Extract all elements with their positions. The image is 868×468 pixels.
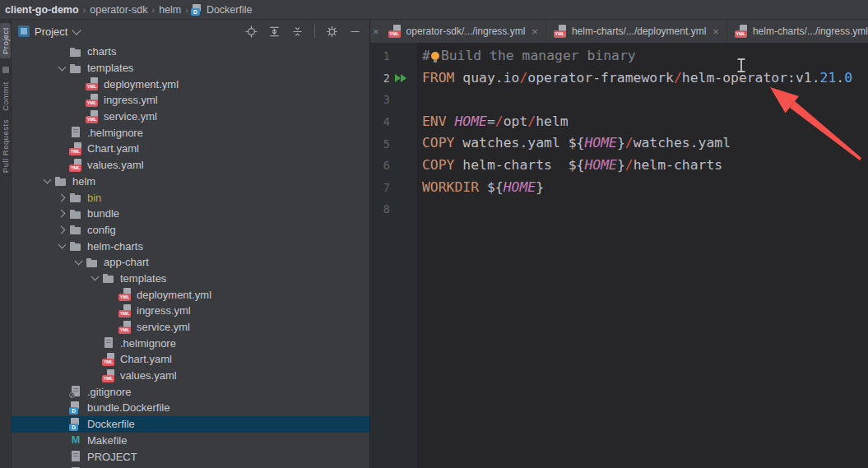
tree-item-templates[interactable]: templates <box>12 271 369 287</box>
chevron-down-icon[interactable] <box>72 25 81 35</box>
tree-item-deployment-yml[interactable]: YMLdeployment.yml <box>12 286 369 303</box>
editor-tab-helm-charts-deployment-yml[interactable]: YMLhelm-charts/.../deployment.yml× <box>546 20 727 43</box>
stripe-tool-icon[interactable] <box>2 67 9 73</box>
tree-item-helm[interactable]: helm <box>12 174 369 190</box>
folder-icon <box>69 62 82 75</box>
tree-item-service-yml[interactable]: YMLservice.yml <box>12 319 369 336</box>
code-line-5[interactable]: COPY watches.yaml ${HOME}/watches.yaml <box>422 132 868 155</box>
tree-item-app-chart[interactable]: app-chart <box>12 254 369 271</box>
code-token: operator-framework <box>527 70 674 86</box>
settings-gear-icon[interactable] <box>326 25 338 38</box>
tree-item-helm-charts[interactable]: helm-charts <box>12 238 369 254</box>
tree-item-ingress-yml[interactable]: YMLingress.yml <box>12 92 369 109</box>
chevron-down-icon[interactable] <box>54 67 69 70</box>
tree-item-config[interactable]: config <box>12 222 369 239</box>
line-number: 2 <box>374 72 390 85</box>
code-token: helm-operator:v1 <box>682 70 812 86</box>
code-token: / <box>527 114 536 129</box>
tree-item-label: bundle.Dockerfile <box>87 401 169 414</box>
code-line-3[interactable] <box>422 89 868 111</box>
breadcrumb-folder[interactable]: operator-sdk <box>88 4 149 16</box>
tree-item-ingress-yml[interactable]: YMLingress.yml <box>12 303 369 319</box>
tree-item-chart-yaml[interactable]: YMLChart.yaml <box>12 351 369 368</box>
tree-item-label: config <box>87 224 116 236</box>
tree-item-label: Chart.yaml <box>120 353 172 365</box>
intention-bulb-icon[interactable] <box>431 52 439 60</box>
code-line-6[interactable]: COPY helm-charts ${HOME}/helm-charts <box>422 155 868 177</box>
tab-close-icon[interactable]: × <box>713 25 719 38</box>
project-panel-title[interactable]: Project <box>35 25 67 38</box>
code-line-7[interactable]: WORKDIR ${HOME} <box>422 177 868 199</box>
code-token: . <box>836 70 844 86</box>
tree-item-label: Dockerfile <box>87 418 135 430</box>
project-view-icon <box>18 25 30 37</box>
chevron-right-icon[interactable] <box>54 195 69 201</box>
expand-all-icon[interactable] <box>268 25 281 38</box>
code-line-2[interactable]: FROM quay.io/operator-framework/helm-ope… <box>422 67 868 90</box>
tree-item-bundle[interactable]: bundle <box>12 206 369 222</box>
line-number: 3 <box>374 93 390 106</box>
tab-close-icon[interactable]: × <box>373 25 379 38</box>
tree-item-bundle-dockerfile[interactable]: Dbundle.Dockerfile <box>12 400 369 416</box>
code-line-4[interactable]: ENV HOME=/opt/helm <box>422 111 868 133</box>
code-token: 0 <box>844 70 852 86</box>
tree-item-charts[interactable]: charts <box>12 44 369 60</box>
hide-panel-icon[interactable] <box>349 25 361 38</box>
tree-item-partial[interactable] <box>12 465 369 468</box>
chevron-right-icon[interactable] <box>54 211 69 216</box>
code-token: HOME <box>454 114 486 129</box>
tree-item-dockerfile[interactable]: DDockerfile <box>12 416 369 433</box>
editor-tab-operator-sdk-ingress-yml[interactable]: YMLoperator-sdk/.../ingress.yml× <box>381 20 546 43</box>
tree-item-chart-yaml[interactable]: YMLChart.yaml <box>12 141 369 157</box>
gutter-row: 1 <box>370 45 417 67</box>
breadcrumb-separator-icon: › <box>151 5 155 15</box>
breadcrumb-project[interactable]: client-go-demo <box>3 4 81 16</box>
tree-item-values-yaml[interactable]: YMLvalues.yaml <box>12 368 369 384</box>
tab-label: helm-charts/.../deployment.yml <box>572 25 706 37</box>
collapse-all-icon[interactable] <box>291 25 304 38</box>
code-token: / <box>625 157 634 173</box>
tree-item-deployment-yml[interactable]: YMLdeployment.yml <box>12 76 369 92</box>
tab-label: operator-sdk/.../ingress.yml <box>406 25 526 37</box>
tree-item-templates[interactable]: templates <box>12 60 369 76</box>
tree-item-label: PROJECT <box>87 451 137 463</box>
chevron-down-icon[interactable] <box>71 261 86 264</box>
code-token: / <box>495 114 504 129</box>
tool-window-stripe: Project Commit Pull Requests <box>0 20 12 468</box>
code-editor[interactable]: #Build the manager binaryFROM quay.io/op… <box>417 43 868 468</box>
breadcrumb-folder[interactable]: helm <box>157 4 183 16</box>
tree-item--helmignore[interactable]: .helmignore <box>12 335 369 351</box>
code-token: HOME <box>584 135 616 151</box>
tree-item-project[interactable]: PROJECT <box>12 448 369 465</box>
chevron-down-icon[interactable] <box>39 179 54 183</box>
tree-item-values-yaml[interactable]: YMLvalues.yaml <box>12 157 369 174</box>
tree-item-makefile[interactable]: MMakefile <box>12 433 369 449</box>
code-token: COPY <box>422 157 454 173</box>
tree-item-service-yml[interactable]: YMLservice.yml <box>12 109 369 125</box>
locate-file-icon[interactable] <box>245 25 258 38</box>
code-token: watches.yaml <box>634 135 731 151</box>
tree-item-label: values.yaml <box>120 369 177 382</box>
stripe-item-commit[interactable]: Commit <box>1 81 10 111</box>
tree-item--gitignore[interactable]: .gitignore <box>12 383 369 400</box>
code-line-1[interactable]: #Build the manager binary <box>422 45 868 67</box>
folder-icon <box>54 174 67 188</box>
code-token: COPY <box>422 135 454 151</box>
git-file-icon <box>69 385 82 398</box>
run-line-icon[interactable] <box>394 73 407 83</box>
tab-close-icon[interactable]: × <box>531 25 538 38</box>
editor-tab-helm-charts-ingress-yml[interactable]: YMLhelm-charts/.../ingress.yml× <box>727 20 868 43</box>
code-line-8[interactable] <box>422 198 868 220</box>
yml-file-icon: YML <box>118 321 132 334</box>
stripe-item-pull-requests[interactable]: Pull Requests <box>1 119 10 173</box>
chevron-down-icon[interactable] <box>87 276 102 280</box>
stripe-item-project[interactable]: Project <box>0 23 11 58</box>
tree-item--helmignore[interactable]: .helmignore <box>12 124 369 141</box>
chevron-right-icon[interactable] <box>54 227 69 233</box>
code-token: helm-charts <box>634 157 723 173</box>
breadcrumb-file[interactable]: Dockerfile <box>205 4 254 16</box>
chevron-down-icon[interactable] <box>54 244 69 248</box>
tree-item-bin[interactable]: bin <box>12 189 369 206</box>
dockerfile-icon: D <box>191 4 202 16</box>
code-token: WORKDIR <box>422 179 479 195</box>
